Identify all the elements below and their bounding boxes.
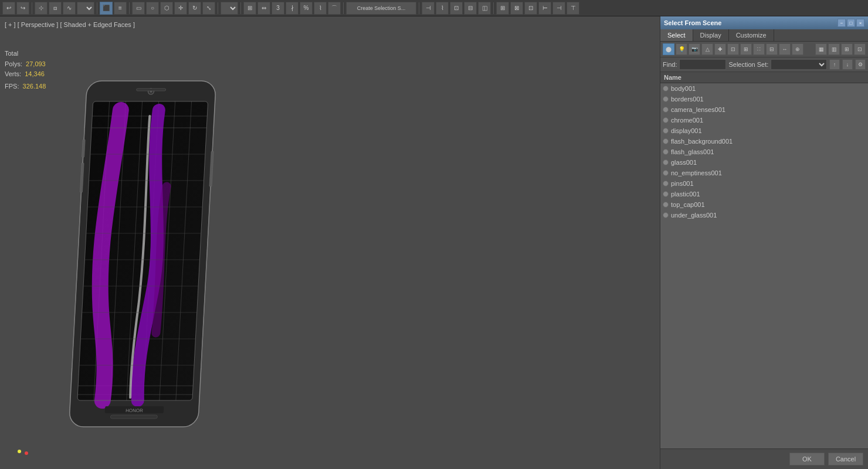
move-button[interactable]: ✛ — [174, 2, 187, 15]
item-dot — [663, 159, 669, 165]
dlg-filter-btn1[interactable]: ▦ — [815, 43, 827, 55]
find-import-btn[interactable]: ↑ — [829, 59, 840, 70]
select-button[interactable]: ⊹ — [35, 2, 48, 15]
dlg-sphere-btn[interactable]: ⬤ — [663, 43, 674, 55]
list-item[interactable]: borders001 — [660, 94, 868, 104]
selection-set-dropdown[interactable] — [771, 59, 827, 70]
item-dot — [663, 96, 669, 102]
create-selection-button[interactable]: Create Selection S... — [346, 2, 416, 15]
sep4 — [218, 2, 218, 14]
list-item[interactable]: plastic001 — [660, 189, 868, 199]
tool4-button[interactable]: ∤ — [286, 2, 299, 15]
find-export-btn[interactable]: ↓ — [842, 59, 853, 70]
list-item[interactable]: camera_lenses001 — [660, 104, 868, 115]
fence-select-button[interactable]: ⬡ — [160, 2, 173, 15]
dlg-filter-btn2[interactable]: ▥ — [828, 43, 840, 55]
item-dot — [663, 212, 669, 218]
mirror-button[interactable]: ⇔ — [257, 2, 270, 15]
list-item[interactable]: under_glass001 — [660, 210, 868, 220]
dlg-particle-btn[interactable]: ∷ — [753, 43, 765, 55]
tool5-button[interactable]: % — [300, 2, 313, 15]
item-dot — [663, 202, 669, 208]
dlg-manip-btn[interactable]: ↔ — [779, 43, 791, 55]
tab-select[interactable]: Select — [660, 29, 693, 41]
select-options-button[interactable]: ≡ — [114, 2, 127, 15]
extra1-button[interactable]: ⊞ — [496, 2, 509, 15]
extra2-button[interactable]: ⊠ — [510, 2, 523, 15]
graph-button[interactable]: ⌇ — [436, 2, 449, 15]
list-item[interactable]: pins001 — [660, 178, 868, 189]
rect-select-button[interactable]: ▭ — [132, 2, 145, 15]
circle-select-button[interactable]: ○ — [146, 2, 159, 15]
rig-button[interactable]: ⊟ — [464, 2, 477, 15]
list-item[interactable]: top_cap001 — [660, 199, 868, 210]
viewport[interactable]: [ + ] [ Perspective ] [ Shaded + Edged F… — [0, 16, 660, 469]
item-name: flash_background001 — [671, 138, 733, 145]
list-item[interactable]: display001 — [660, 125, 868, 136]
find-label: Find: — [663, 61, 677, 68]
minimize-button[interactable]: − — [838, 19, 846, 27]
dlg-filter-btn3[interactable]: ⊞ — [841, 43, 853, 55]
view-dropdown[interactable]: View — [221, 2, 238, 15]
sep3 — [129, 2, 130, 14]
dlg-filter-btn4[interactable]: ⊡ — [854, 43, 866, 55]
viewport-label: [ + ] [ Perspective ] [ Shaded + Edged F… — [5, 21, 135, 28]
dialog-tabs: Select Display Customize — [660, 29, 868, 42]
dlg-geo-btn[interactable]: △ — [701, 43, 713, 55]
item-dot — [663, 181, 669, 186]
rotate-button[interactable]: ↻ — [188, 2, 201, 15]
object-list[interactable]: body001borders001camera_lenses001chrome0… — [660, 83, 868, 448]
redo-button[interactable]: ↪ — [16, 2, 29, 15]
dlg-camera-btn[interactable]: 📷 — [689, 43, 700, 55]
item-name: chrome001 — [671, 117, 703, 124]
item-name: body001 — [671, 85, 696, 92]
maximize-button[interactable]: □ — [847, 19, 855, 27]
sep8 — [493, 2, 494, 14]
scale-button[interactable]: ⤡ — [202, 2, 215, 15]
extra3-button[interactable]: ⊡ — [524, 2, 537, 15]
dlg-container-btn[interactable]: ⊟ — [766, 43, 778, 55]
extra6-button[interactable]: ⊤ — [567, 2, 579, 15]
extra4-button[interactable]: ⊢ — [538, 2, 551, 15]
polys-label: Polys: — [5, 60, 22, 67]
ok-button[interactable]: OK — [789, 453, 825, 465]
lasso-button[interactable]: ∿ — [63, 2, 76, 15]
tool3-button[interactable]: 3 — [272, 2, 284, 15]
list-item[interactable]: flash_glass001 — [660, 147, 868, 157]
tool6-button[interactable]: ⌇ — [314, 2, 327, 15]
list-item[interactable]: no_emptiness001 — [660, 168, 868, 178]
verts-label: Verts: — [5, 70, 21, 77]
dialog-toolbar: ⬤ 💡 📷 △ ✚ ⊡ ⊞ ∷ ⊟ ↔ ⊕ ▦ ▥ ⊞ ⊡ — [660, 42, 868, 57]
list-item[interactable]: chrome001 — [660, 115, 868, 125]
find-config-btn[interactable]: ⚙ — [855, 59, 866, 70]
list-item[interactable]: glass001 — [660, 157, 868, 168]
dlg-light-btn[interactable]: 💡 — [676, 43, 687, 55]
dlg-xref-btn[interactable]: ⊕ — [792, 43, 803, 55]
list-item[interactable]: body001 — [660, 83, 868, 94]
sep5 — [240, 2, 241, 14]
y-axis-dot — [18, 450, 21, 453]
list-item[interactable]: flash_background001 — [660, 136, 868, 147]
cancel-button[interactable]: Cancel — [828, 453, 863, 465]
item-dot — [663, 128, 669, 134]
select-object-button[interactable]: ⬛ — [100, 2, 113, 15]
align-left-button[interactable]: ⊣ — [422, 2, 435, 15]
item-dot — [663, 170, 669, 176]
tab-display[interactable]: Display — [693, 29, 729, 41]
dlg-helper-btn[interactable]: ✚ — [714, 43, 726, 55]
close-button[interactable]: × — [856, 19, 864, 27]
tab-customize[interactable]: Customize — [729, 29, 774, 41]
select-region-button[interactable]: ⧈ — [49, 2, 62, 15]
snap-button[interactable]: ⊞ — [243, 2, 256, 15]
filter-dropdown[interactable]: All — [77, 2, 94, 15]
item-dot — [663, 191, 669, 197]
bone-button[interactable]: ⊡ — [450, 2, 463, 15]
list-header: Name — [660, 72, 868, 83]
extra5-button[interactable]: ⊣ — [552, 2, 565, 15]
find-input[interactable] — [679, 59, 726, 70]
arc-button[interactable]: ⌒ — [328, 2, 341, 15]
undo-button[interactable]: ↩ — [2, 2, 15, 15]
anim-button[interactable]: ◫ — [478, 2, 491, 15]
dlg-space-btn[interactable]: ⊡ — [727, 43, 739, 55]
dlg-bone-btn[interactable]: ⊞ — [740, 43, 752, 55]
